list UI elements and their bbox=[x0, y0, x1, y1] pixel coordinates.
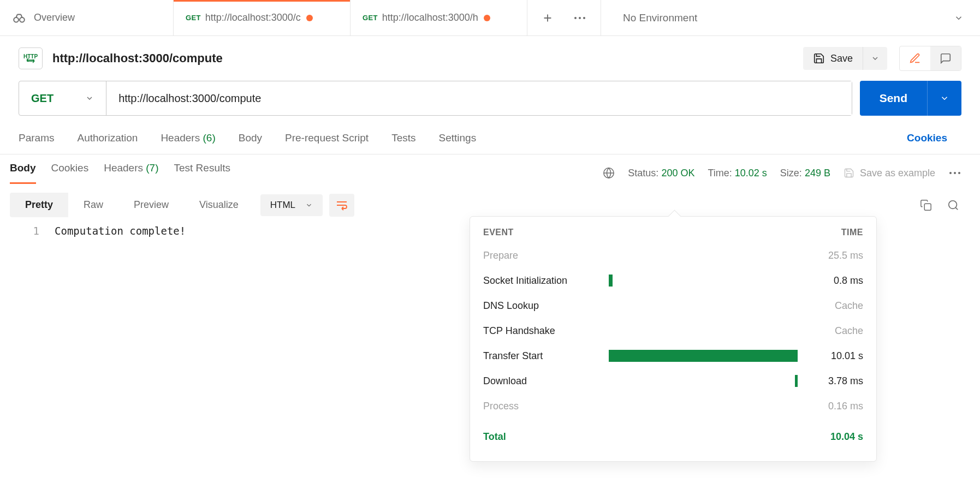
time[interactable]: Time: 10.02 s bbox=[708, 168, 767, 179]
total-label: Total bbox=[483, 431, 609, 443]
size: Size: 249 B bbox=[780, 168, 830, 179]
response-tabs: Body Cookies Headers (7) Test Results bbox=[10, 162, 230, 184]
total-value: 10.04 s bbox=[798, 431, 863, 443]
format-dropdown[interactable]: HTML bbox=[260, 194, 323, 216]
timing-row: TCP HandshakeCache bbox=[470, 318, 876, 343]
tab-label: Overview bbox=[34, 12, 75, 23]
method-badge: GET bbox=[186, 14, 201, 22]
timing-event: DNS Lookup bbox=[483, 300, 609, 312]
svg-point-3 bbox=[579, 17, 581, 19]
method-url-container: GET bbox=[19, 81, 852, 116]
timing-row: Transfer Start10.01 s bbox=[470, 343, 876, 368]
method-dropdown[interactable]: GET bbox=[19, 81, 106, 115]
timing-bar bbox=[609, 400, 798, 412]
send-caret-button[interactable] bbox=[927, 81, 961, 116]
tab-overview[interactable]: Overview bbox=[0, 0, 174, 35]
timing-bar bbox=[609, 375, 798, 387]
timing-event: Transfer Start bbox=[483, 350, 609, 362]
search-button[interactable] bbox=[947, 199, 959, 211]
timing-bar bbox=[609, 325, 798, 337]
svg-point-1 bbox=[20, 17, 25, 22]
tab-body[interactable]: Body bbox=[239, 132, 262, 144]
timing-bar bbox=[609, 275, 798, 287]
view-raw[interactable]: Raw bbox=[68, 193, 118, 217]
wrap-lines-button[interactable] bbox=[329, 194, 354, 217]
timing-event: TCP Handshake bbox=[483, 325, 609, 337]
timing-event: Process bbox=[483, 401, 609, 412]
globe-icon[interactable] bbox=[603, 167, 615, 179]
save-button[interactable]: Save bbox=[803, 47, 863, 70]
svg-point-11 bbox=[949, 200, 957, 208]
method-badge: GET bbox=[363, 14, 378, 22]
svg-point-4 bbox=[583, 17, 585, 19]
time-header: TIME bbox=[841, 228, 863, 237]
svg-point-9 bbox=[958, 172, 960, 174]
more-button[interactable] bbox=[948, 171, 961, 175]
request-tabs: Params Authorization Headers (6) Body Pr… bbox=[0, 116, 980, 154]
save-label: Save bbox=[830, 53, 853, 64]
timing-value: 0.8 ms bbox=[798, 275, 863, 287]
timing-bar bbox=[609, 249, 798, 261]
svg-point-0 bbox=[14, 17, 19, 22]
timing-value: 10.01 s bbox=[798, 350, 863, 362]
view-preview[interactable]: Preview bbox=[118, 193, 184, 217]
timing-event: Socket Initialization bbox=[483, 275, 609, 287]
tab-label: http://localhost:3000/c bbox=[205, 12, 301, 23]
comments-button[interactable] bbox=[930, 46, 961, 70]
request-title-row: HTTP http://localhost:3000/compute Save bbox=[0, 36, 980, 81]
timing-value: 25.5 ms bbox=[798, 250, 863, 261]
event-header: EVENT bbox=[483, 228, 514, 237]
timing-row: Process0.16 ms bbox=[470, 393, 876, 419]
save-button-group: Save bbox=[803, 47, 887, 70]
http-icon: HTTP bbox=[19, 47, 43, 69]
add-tab-button[interactable] bbox=[542, 12, 554, 24]
body-actions bbox=[920, 199, 970, 211]
environment-select[interactable]: No Environment bbox=[601, 0, 980, 35]
view-visualize[interactable]: Visualize bbox=[184, 193, 254, 217]
top-tabs: Overview GET http://localhost:3000/c GET… bbox=[0, 0, 980, 36]
timing-row: DNS LookupCache bbox=[470, 293, 876, 318]
save-caret-button[interactable] bbox=[863, 47, 887, 70]
tab-tests[interactable]: Tests bbox=[391, 132, 415, 144]
tab-request-1[interactable]: GET http://localhost:3000/h bbox=[351, 0, 527, 35]
timing-value: Cache bbox=[798, 300, 863, 312]
chevron-down-icon bbox=[85, 94, 94, 103]
send-button[interactable]: Send bbox=[860, 81, 927, 116]
svg-rect-10 bbox=[924, 204, 931, 210]
tab-headers[interactable]: Headers (6) bbox=[161, 132, 215, 144]
timing-row: Download3.78 ms bbox=[470, 368, 876, 393]
resp-tab-cookies[interactable]: Cookies bbox=[51, 162, 89, 184]
unsaved-dot-icon bbox=[484, 15, 490, 21]
tab-authorization[interactable]: Authorization bbox=[77, 132, 138, 144]
resp-tab-body[interactable]: Body bbox=[10, 162, 36, 184]
tab-settings[interactable]: Settings bbox=[439, 132, 477, 144]
save-as-example-button[interactable]: Save as example bbox=[844, 168, 935, 179]
svg-point-8 bbox=[954, 172, 956, 174]
binoculars-icon bbox=[12, 11, 26, 25]
timing-value: 3.78 ms bbox=[798, 375, 863, 387]
svg-point-7 bbox=[949, 172, 952, 174]
resp-tab-testresults[interactable]: Test Results bbox=[174, 162, 230, 184]
timing-event: Prepare bbox=[483, 250, 609, 261]
more-tabs-button[interactable] bbox=[573, 16, 586, 20]
url-input[interactable] bbox=[106, 81, 852, 115]
tab-actions bbox=[527, 0, 601, 35]
tab-params[interactable]: Params bbox=[19, 132, 54, 144]
cookies-link[interactable]: Cookies bbox=[907, 132, 961, 144]
timing-total-row: Total 10.04 s bbox=[470, 419, 876, 449]
tab-prerequest[interactable]: Pre-request Script bbox=[285, 132, 369, 144]
title-actions bbox=[899, 46, 961, 71]
edit-button[interactable] bbox=[900, 46, 930, 70]
response-header: Body Cookies Headers (7) Test Results St… bbox=[0, 154, 980, 184]
timing-row: Socket Initialization0.8 ms bbox=[470, 268, 876, 293]
view-mode-segment: Pretty Raw Preview Visualize bbox=[10, 193, 254, 217]
view-pretty[interactable]: Pretty bbox=[10, 193, 68, 217]
timing-bar bbox=[609, 300, 798, 312]
body-controls: Pretty Raw Preview Visualize HTML bbox=[0, 184, 980, 217]
line-number: 1 bbox=[10, 225, 55, 237]
code-line: Computation complete! bbox=[55, 225, 186, 237]
svg-text:HTTP: HTTP bbox=[23, 53, 38, 59]
tab-request-0[interactable]: GET http://localhost:3000/c bbox=[174, 0, 351, 35]
resp-tab-headers[interactable]: Headers (7) bbox=[104, 162, 158, 184]
copy-button[interactable] bbox=[920, 199, 932, 211]
